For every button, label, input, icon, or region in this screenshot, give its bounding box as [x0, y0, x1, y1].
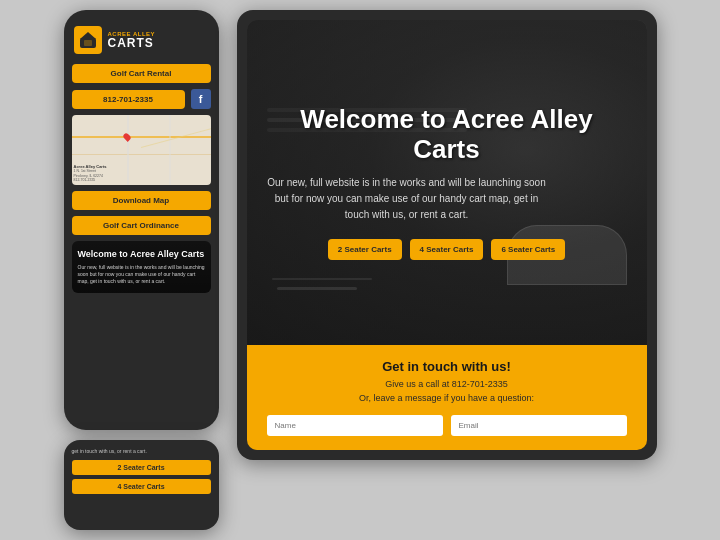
hero-title: Welcome to Acree Alley Carts — [267, 105, 627, 165]
hero-subtitle: Our new, full website is in the works an… — [267, 175, 547, 223]
left-column: ACREE ALLEY CARTS Golf Cart Rental 812-7… — [64, 10, 219, 530]
seater-buttons-mobile: 2 Seater Carts 4 Seater Carts — [72, 460, 211, 494]
logo-icon — [74, 26, 102, 54]
contact-line1: Give us a call at 812-701-2335 — [385, 379, 508, 389]
name-input[interactable] — [267, 415, 443, 436]
2seater-button-mobile[interactable]: 2 Seater Carts — [72, 460, 211, 475]
mobile-bottom-strip: get in touch with us, or rent a cart. 2 … — [64, 440, 219, 530]
contact-line2: Or, leave a message if you have a questi… — [359, 393, 534, 403]
golf-cart-ordinance-button[interactable]: Golf Cart Ordinance — [72, 216, 211, 235]
6seater-button-tablet[interactable]: 6 Seater Carts — [491, 239, 565, 260]
brand-name-line2: CARTS — [108, 37, 156, 49]
tablet-hero-section: Welcome to Acree Alley Carts Our new, fu… — [247, 20, 647, 345]
map-area: Acree Alley Carts 1 N. 1st Street Pinckn… — [72, 115, 211, 185]
contact-inputs — [267, 415, 627, 436]
mobile-welcome-heading: Welcome to Acree Alley Carts — [78, 249, 205, 260]
golf-cart-rental-button[interactable]: Golf Cart Rental — [72, 64, 211, 83]
2seater-button-tablet[interactable]: 2 Seater Carts — [328, 239, 402, 260]
mobile-welcome-body: Our new, full website is in the works an… — [78, 264, 205, 285]
mobile-welcome-section: Welcome to Acree Alley Carts Our new, fu… — [72, 241, 211, 293]
tablet-screen: Welcome to Acree Alley Carts Our new, fu… — [247, 20, 647, 450]
logo-text: ACREE ALLEY CARTS — [108, 31, 156, 49]
facebook-icon[interactable]: f — [191, 89, 211, 109]
hero-buttons: 2 Seater Carts 4 Seater Carts 6 Seater C… — [328, 239, 565, 260]
map-caption: Acree Alley Carts 1 N. 1st Street Pinckn… — [74, 164, 107, 183]
scene: ACREE ALLEY CARTS Golf Cart Rental 812-7… — [44, 0, 677, 540]
phone-button[interactable]: 812-701-2335 — [72, 90, 185, 109]
logo-area: ACREE ALLEY CARTS — [72, 22, 211, 58]
contact-subtitle: Give us a call at 812-701-2335 Or, leave… — [267, 378, 627, 405]
contact-section: Get in touch with us! Give us a call at … — [247, 345, 647, 450]
map-background: Acree Alley Carts 1 N. 1st Street Pinckn… — [72, 115, 211, 185]
email-input[interactable] — [451, 415, 627, 436]
contact-title: Get in touch with us! — [267, 359, 627, 374]
bottom-strip-text: get in touch with us, or rent a cart. — [72, 448, 211, 455]
svg-rect-2 — [84, 40, 92, 46]
svg-marker-1 — [80, 32, 96, 39]
phone-row: 812-701-2335 f — [72, 89, 211, 109]
4seater-button-mobile[interactable]: 4 Seater Carts — [72, 479, 211, 494]
hero-content: Welcome to Acree Alley Carts Our new, fu… — [267, 105, 627, 223]
mobile-device: ACREE ALLEY CARTS Golf Cart Rental 812-7… — [64, 10, 219, 430]
download-map-button[interactable]: Download Map — [72, 191, 211, 210]
4seater-button-tablet[interactable]: 4 Seater Carts — [410, 239, 484, 260]
tablet-device: Welcome to Acree Alley Carts Our new, fu… — [237, 10, 657, 460]
